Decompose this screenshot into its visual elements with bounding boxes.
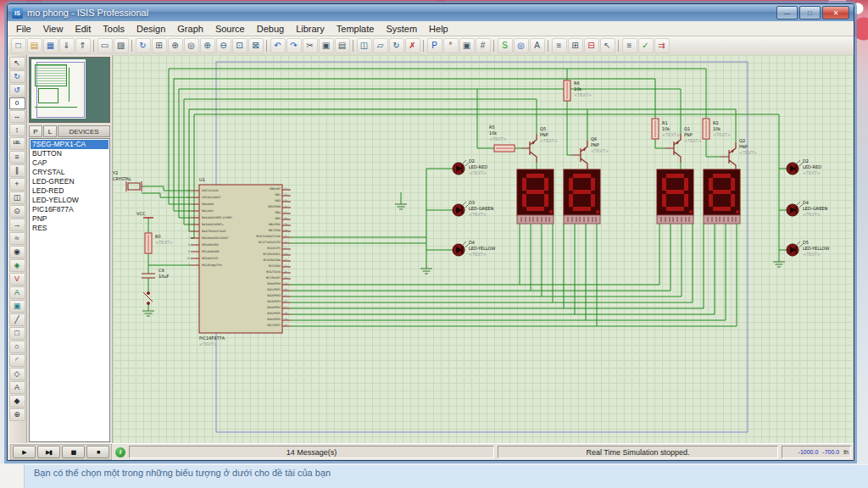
- graph-mode-button[interactable]: ≈: [9, 232, 25, 245]
- export-section-button[interactable]: ⇑: [75, 38, 91, 53]
- virtual-instruments-mode-button[interactable]: ▣: [9, 300, 25, 313]
- cut-button[interactable]: ✂: [303, 38, 318, 53]
- tape-recorder-mode-button[interactable]: ◉: [9, 246, 25, 258]
- save-design-button[interactable]: ▦: [43, 38, 58, 53]
- led-left-2[interactable]: [453, 202, 469, 216]
- transistor-q2[interactable]: [721, 142, 736, 171]
- menu-graph[interactable]: Graph: [171, 23, 209, 35]
- current-probe-mode-button[interactable]: A: [9, 286, 25, 299]
- block-delete-button[interactable]: ✗: [405, 38, 420, 53]
- device-item-cap[interactable]: CAP: [31, 158, 108, 168]
- zoom-all-button[interactable]: ⊡: [232, 38, 248, 53]
- text-script-mode-button[interactable]: ≡: [9, 151, 25, 164]
- menu-template[interactable]: Template: [331, 23, 381, 35]
- led-left-1[interactable]: [453, 160, 469, 175]
- device-item-pnp[interactable]: PNP: [31, 214, 108, 224]
- undo-button[interactable]: ↶: [270, 38, 286, 53]
- led-right-2[interactable]: [787, 202, 803, 216]
- import-section-button[interactable]: ⇓: [59, 38, 75, 53]
- resistor-r1[interactable]: [652, 119, 659, 139]
- graphics-text-mode-button[interactable]: A: [9, 381, 25, 394]
- netlist-to-ares-button[interactable]: ⇉: [654, 38, 670, 53]
- led-left-3[interactable]: [453, 241, 469, 256]
- seven-segment-display-4[interactable]: [704, 169, 740, 224]
- generator-mode-button[interactable]: ◈: [9, 259, 25, 272]
- remove-sheet-button[interactable]: ⊟: [584, 38, 599, 53]
- overview-window[interactable]: [29, 57, 110, 123]
- info-icon[interactable]: i: [115, 447, 125, 458]
- ground-symbol[interactable]: [420, 265, 432, 274]
- menu-edit[interactable]: Edit: [69, 23, 97, 35]
- device-list[interactable]: 7SEG-MPX1-CABUTTONCAPCRYSTALLED-GREENLED…: [29, 138, 110, 442]
- refresh-display-button[interactable]: ↻: [136, 38, 151, 53]
- pause-button[interactable]: ▮▮: [62, 446, 85, 458]
- seven-segment-display-2[interactable]: [564, 169, 600, 224]
- menu-design[interactable]: Design: [131, 23, 171, 35]
- library-manager-button[interactable]: L: [43, 125, 57, 137]
- new-sheet-button[interactable]: ⊞: [568, 38, 583, 53]
- menu-source[interactable]: Source: [209, 23, 251, 35]
- zoom-area-button[interactable]: ⊠: [248, 38, 264, 53]
- pick-parts-button[interactable]: P: [29, 125, 42, 137]
- rotate-clockwise-button[interactable]: ↻: [9, 70, 25, 83]
- graphics-symbol-mode-button[interactable]: ◆: [9, 395, 25, 408]
- graphics-box-mode-button[interactable]: □: [9, 327, 25, 340]
- title-bar[interactable]: IS mo phong - ISIS Professional — □ ✕: [8, 4, 854, 21]
- decompose-button[interactable]: #: [476, 38, 491, 53]
- paste-button[interactable]: ▤: [335, 38, 350, 53]
- open-design-button[interactable]: ▤: [27, 38, 42, 53]
- component-mode-button[interactable]: ◫: [9, 191, 25, 204]
- device-pin-mode-button[interactable]: →: [9, 219, 25, 231]
- rotation-angle-input[interactable]: 0: [9, 97, 25, 109]
- mirror-vertical-button[interactable]: ↕: [9, 124, 25, 136]
- marker-mode-button[interactable]: ⊕: [9, 408, 25, 421]
- redo-button[interactable]: ↷: [287, 38, 302, 53]
- junction-dot-mode-button[interactable]: +: [9, 178, 25, 191]
- graphics-path-mode-button[interactable]: ◇: [9, 368, 25, 380]
- property-assignment-button[interactable]: A: [530, 38, 545, 53]
- device-item-res[interactable]: RES: [31, 224, 108, 233]
- led-right-1[interactable]: [787, 160, 803, 175]
- resistor-r6[interactable]: [564, 80, 570, 101]
- u1-microcontroller[interactable]: [199, 185, 282, 333]
- block-move-button[interactable]: ▱: [373, 38, 388, 53]
- stop-button[interactable]: ■: [86, 446, 109, 458]
- new-design-button[interactable]: □: [11, 38, 26, 53]
- device-item-led-green[interactable]: LED-GREEN: [31, 177, 108, 186]
- resistor-r2[interactable]: [703, 119, 709, 139]
- device-item-button[interactable]: BUTTON: [31, 149, 108, 158]
- menu-tools[interactable]: Tools: [97, 23, 131, 35]
- electrical-rule-check-button[interactable]: ✓: [638, 38, 654, 53]
- bill-of-materials-button[interactable]: ≡: [622, 38, 637, 53]
- rotate-anticlockwise-button[interactable]: ↺: [9, 84, 25, 97]
- crystal-symbol[interactable]: [126, 181, 142, 191]
- menu-help[interactable]: Help: [423, 23, 454, 35]
- wire-autorouter-button[interactable]: S: [498, 38, 513, 53]
- graphics-circle-mode-button[interactable]: ○: [9, 341, 25, 353]
- block-rotate-button[interactable]: ↻: [389, 38, 404, 53]
- menu-system[interactable]: System: [380, 23, 423, 35]
- wire-label-mode-button[interactable]: LBL: [9, 137, 25, 150]
- goto-sheet-button[interactable]: ◎: [184, 38, 199, 53]
- toggle-grid-button[interactable]: ⊞: [152, 38, 167, 53]
- exit-to-parent-button[interactable]: ↖: [600, 38, 615, 53]
- zoom-out-button[interactable]: ⊖: [216, 38, 231, 53]
- resistor-r5[interactable]: [494, 145, 515, 152]
- toggle-false-origin-button[interactable]: ⊕: [168, 38, 183, 53]
- terminal-mode-button[interactable]: ⊙: [9, 205, 25, 218]
- pick-device-button[interactable]: P: [427, 38, 442, 53]
- device-item-pic16f877a[interactable]: PIC16F877A: [31, 205, 108, 214]
- ground-symbol[interactable]: [142, 308, 154, 316]
- message-count[interactable]: 14 Message(s): [129, 446, 494, 458]
- resistor-r0[interactable]: [145, 233, 152, 253]
- mirror-horizontal-button[interactable]: ↔: [9, 110, 25, 123]
- device-item-7seg-mpx1-ca[interactable]: 7SEG-MPX1-CA: [31, 140, 108, 149]
- maximize-button[interactable]: □: [799, 6, 821, 19]
- capacitor-symbol[interactable]: [142, 274, 155, 278]
- menu-file[interactable]: File: [10, 23, 37, 35]
- minimize-button[interactable]: —: [776, 6, 798, 19]
- design-explorer-button[interactable]: ≡: [552, 38, 567, 53]
- copy-button[interactable]: ▣: [319, 38, 334, 53]
- voltage-probe-mode-button[interactable]: V: [9, 273, 25, 286]
- graphics-line-mode-button[interactable]: ╱: [9, 313, 25, 326]
